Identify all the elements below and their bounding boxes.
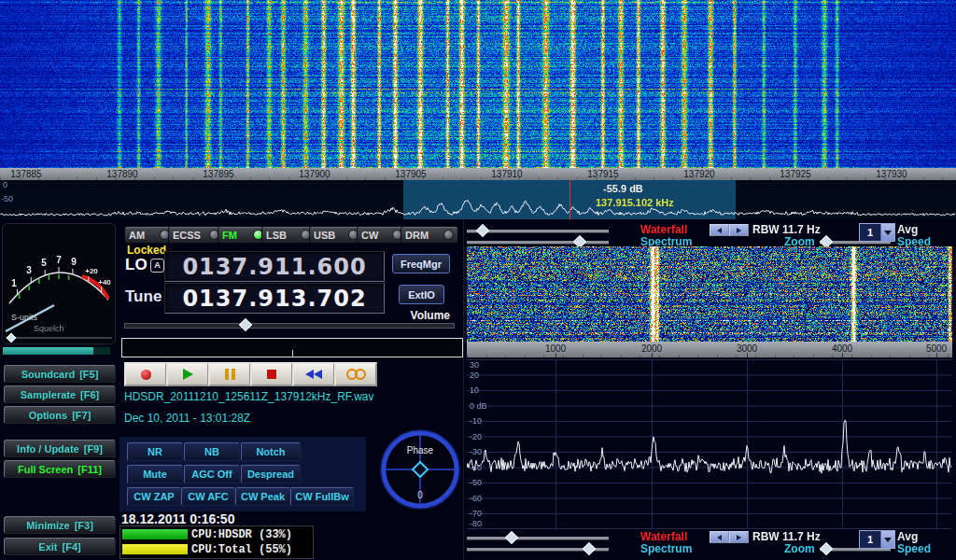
button-label: Options [29,410,68,421]
button-keycap: [F9] [84,443,103,455]
info-update-button[interactable]: Info / Update[F9] [4,440,116,457]
cursor-freq-readout: 137.915.102 kHz [596,197,674,208]
avg-label: Avg [897,223,918,236]
passband-center-tick [292,350,293,357]
zoom-frequency-scale[interactable]: 1000 2000 3000 4000 5000 [467,342,952,357]
button-label: Soundcard [21,369,75,380]
extio-button[interactable]: ExtIO [399,285,444,304]
display-controls-top: Waterfall Spectrum RBW 11.7 Hz Zoom 1 Av… [0,222,956,246]
zoom-spinner [710,531,749,543]
speed-dropdown[interactable]: 1 [859,223,895,242]
freq-tick-label: 137890 [96,169,148,179]
zoom-slider-thumb[interactable] [820,542,833,555]
pause-button[interactable] [208,362,251,386]
volume-slider-track[interactable] [124,323,455,329]
tune-frequency-display[interactable]: 0137.913.702 [164,283,385,314]
db-axis-label: 0 dB [470,401,487,411]
speed-dropdown[interactable]: 1 [859,530,895,549]
fullscreen-button[interactable]: Full Screen[F11] [4,460,116,478]
cw-peak-button[interactable]: CW Peak [235,487,290,506]
db-axis-label: -80 [470,519,482,528]
stop-button[interactable] [250,362,293,386]
brightness-slider-track[interactable] [467,537,609,540]
volume-slider-thumb[interactable] [239,318,252,331]
spectrum-label[interactable]: Spectrum [640,542,692,555]
contrast-slider-track[interactable] [467,241,609,245]
waterfall-label[interactable]: Waterfall [640,223,687,236]
db-axis-label: -10 [470,416,482,426]
agc-button[interactable]: AGC Off [184,465,240,483]
freq-tick-label: 137900 [288,169,341,179]
freq-tick-label: 137915 [577,169,629,179]
mute-button[interactable]: Mute [127,465,183,483]
overview-spectrum[interactable]: 0 -50 -55.9 dB 137.915.102 kHz [0,180,956,219]
scale-tick [555,353,556,357]
despread-button[interactable]: Despread [241,465,301,483]
soundcard-button[interactable]: Soundcard[F5] [4,365,116,383]
s-meter-label: 3 [26,265,32,275]
freq-tick-label: 137930 [865,169,918,179]
phase-value: 0 [417,490,423,500]
brightness-slider-thumb[interactable] [476,224,489,237]
zoom-out-button[interactable] [710,531,729,543]
overview-db-axis-top: 0 [3,180,7,189]
rbw-readout: RBW 11.7 Hz [752,530,821,543]
zoom-waterfall-canvas[interactable] [467,246,952,342]
db-axis-label: -20 [470,432,482,441]
phase-scope: Phase 0 [379,426,461,511]
tune-label: Tune [125,287,162,306]
display-controls-bottom: Waterfall Spectrum RBW 11.7 Hz Zoom 1 Av… [0,529,956,553]
passband-display[interactable] [121,338,463,357]
rewind-button[interactable] [292,362,335,386]
zoom-spectrum-canvas[interactable] [467,359,952,529]
loop-button[interactable] [334,362,377,386]
waterfall-label[interactable]: Waterfall [640,530,687,543]
squelch-label: Squelch [34,324,64,333]
overview-trace-canvas [0,180,956,219]
play-button[interactable] [166,362,209,386]
panel-divider [463,220,464,560]
db-axis-label: -30 [470,447,482,456]
freqmgr-button[interactable]: FreqMgr [392,254,450,273]
frequency-scale[interactable]: 137885 137890 137895 137900 137905 13791… [0,168,956,180]
lo-lock-badge[interactable]: A [150,259,164,273]
zoom-spinner [710,224,749,236]
tune-cursor-line[interactable] [569,180,570,219]
dropdown-arrow-button[interactable] [880,531,894,548]
phase-label: Phase [407,445,434,455]
zoom-tick-label: 5000 [910,343,952,354]
cw-fullbw-button[interactable]: CW FullBw [290,487,354,506]
s-meter-label: 5 [41,258,47,268]
nb-button[interactable]: NB [184,442,240,461]
speed-label: Speed [897,542,931,555]
s-meter-label: 1 [11,278,17,288]
samplerate-button[interactable]: Samplerate[F6] [4,385,116,403]
rewind-icon [305,370,322,379]
s-meter-label: 7 [56,255,62,265]
zoom-in-button[interactable] [729,224,749,236]
button-keycap: [F5] [79,369,98,380]
contrast-slider-thumb[interactable] [583,542,596,555]
freq-tick-label: 137905 [385,169,437,179]
main-waterfall-canvas[interactable] [0,0,956,168]
s-meter-label: +20 [85,267,98,275]
cw-afc-button[interactable]: CW AFC [181,487,235,506]
zoom-in-button[interactable] [729,531,749,543]
options-button[interactable]: Options[F7] [4,406,116,424]
cw-zap-button[interactable]: CW ZAP [127,487,181,506]
brightness-slider-thumb[interactable] [505,531,518,544]
dropdown-arrow-button[interactable] [880,224,894,241]
nr-button[interactable]: NR [127,442,183,461]
db-axis-label: -40 [470,463,482,472]
avg-label: Avg [897,530,918,543]
zoom-out-button[interactable] [710,224,729,236]
record-button[interactable] [124,362,167,386]
notch-button[interactable]: Notch [241,442,301,461]
loop-icon [346,369,366,380]
scale-tick [652,353,653,357]
overview-db-axis-mid: -50 [1,194,13,203]
lo-frequency-display[interactable]: 0137.911.600 [164,251,385,282]
freq-tick-label: 137885 [0,169,52,179]
volume-label: Volume [375,309,450,322]
arrow-left-icon [717,228,722,233]
